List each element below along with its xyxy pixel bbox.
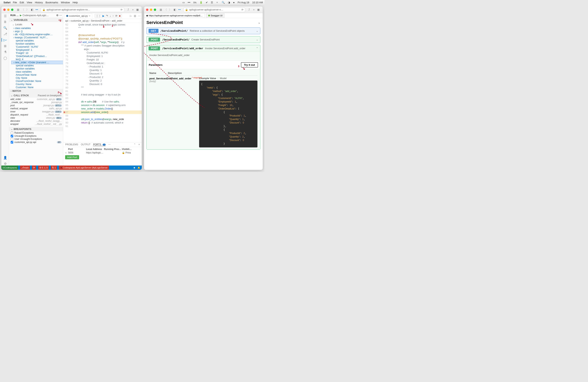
tabs-overview-icon[interactable]: ▦ bbox=[256, 8, 261, 11]
swagger-opblock[interactable]: POST/ServicesEndPoint/add_orderInvoke Se… bbox=[147, 45, 260, 149]
add-port-button[interactable]: Add Port bbox=[65, 155, 79, 159]
reload-icon[interactable]: ⟳ bbox=[242, 8, 243, 11]
split-editor-icon[interactable]: ▥ bbox=[134, 14, 136, 17]
back-button[interactable]: 〈 bbox=[21, 8, 25, 11]
breakpoint-checkbox[interactable] bbox=[11, 141, 13, 144]
menu-icon[interactable]: ☰ bbox=[4, 14, 7, 18]
breakpoint-checkbox[interactable] bbox=[11, 135, 13, 137]
window-close-icon[interactable] bbox=[146, 9, 148, 11]
stop-icon[interactable]: ■ bbox=[119, 14, 121, 17]
reload-icon[interactable]: ⟳ bbox=[121, 8, 123, 11]
screen-mirror-icon[interactable]: ▭ bbox=[182, 1, 185, 4]
more-icon[interactable]: ••• bbox=[34, 8, 39, 11]
swagger-opblock[interactable]: POST/ServicesEndPoint/Create ServicesEnd… bbox=[147, 36, 260, 43]
variable-row[interactable]: › class variables bbox=[11, 27, 63, 30]
address-bar[interactable]: 🔒 apilogicserver-apilogicserver-e… ⟳ bbox=[183, 7, 245, 12]
window-close-icon[interactable] bbox=[3, 9, 6, 11]
variable-row[interactable]: 'Freight': 10 bbox=[11, 52, 63, 55]
swagger-section-title[interactable]: ServicesEndPoint ⌄ bbox=[147, 20, 260, 25]
callstack-row[interactable]: innerswagger.py219:1 bbox=[9, 110, 63, 113]
chevron-icon[interactable]: ⌄ bbox=[256, 29, 258, 32]
debug-target[interactable]: 🐞 Codespaces-ApiLogicServer (ApiLogicSer… bbox=[59, 166, 109, 170]
chevron-down-icon[interactable]: ⌄ bbox=[258, 21, 260, 24]
ports-row[interactable]: ○ 5656 https://apilogic… 🔒 Priva bbox=[65, 150, 140, 154]
app-name[interactable]: Safari bbox=[3, 1, 10, 4]
menubar-date[interactable]: Fri Aug 19 bbox=[238, 1, 249, 4]
panel-tab-problems[interactable]: PROBLEMS bbox=[65, 143, 78, 146]
breakpoint-dot-icon[interactable] bbox=[63, 111, 65, 113]
menu-history[interactable]: History bbox=[35, 1, 42, 4]
breakpoint-row[interactable]: User Uncaught Exceptions bbox=[9, 138, 63, 141]
variable-row[interactable]: special variables bbox=[11, 64, 63, 67]
variable-row[interactable]: 'OrderDetailList': [{'Product… bbox=[11, 55, 63, 58]
callstack-row[interactable]: decorator.../flask_restful_swagg… bbox=[9, 119, 63, 123]
variable-row[interactable]: function variables bbox=[11, 67, 63, 70]
user-icon[interactable]: ● bbox=[233, 1, 235, 4]
debug-config[interactable]: Codespaces-ApiLogic… bbox=[22, 14, 56, 17]
breakpoint-checkbox[interactable] bbox=[11, 132, 13, 134]
overflow-icon[interactable]: ••• bbox=[188, 1, 190, 4]
variable-row[interactable]: function variables bbox=[11, 42, 63, 45]
maximize-panel-icon[interactable]: ⌃ bbox=[134, 143, 136, 146]
accounts-icon[interactable]: 👤 bbox=[3, 156, 7, 159]
menu-edit[interactable]: Edit bbox=[20, 1, 24, 4]
callstack-row[interactable]: dispatch_request.../flask_restf… bbox=[9, 113, 63, 116]
variable-row[interactable]: › kwargs: {'CustomerId': 'ALFI'… bbox=[11, 36, 63, 39]
variable-row[interactable]: special variables bbox=[11, 39, 63, 42]
sidebar-toggle-icon[interactable]: ▥ bbox=[158, 8, 163, 11]
callstack-row[interactable]: method_wrappersafrs_api.py bbox=[9, 107, 63, 110]
more-icon[interactable]: ⋯ bbox=[108, 143, 111, 146]
wifi-icon[interactable]: ᯤ bbox=[216, 1, 219, 4]
source-control-icon[interactable]: ⎇ bbox=[3, 32, 7, 36]
testing-icon[interactable]: ⚗ bbox=[4, 50, 7, 54]
chevron-icon[interactable]: ⌄ bbox=[256, 38, 258, 41]
continue-icon[interactable]: ▶ bbox=[103, 14, 105, 17]
variable-row[interactable]: AmountTotal: None bbox=[11, 73, 63, 76]
address-bar[interactable]: 🔒 apilogicserver-apilogicserver-explore-… bbox=[41, 7, 124, 12]
breakpoints-section[interactable]: ⌄BREAKPOINTS bbox=[9, 127, 63, 131]
forward-button[interactable]: 〉 bbox=[25, 8, 30, 11]
forward-button[interactable]: 〉 bbox=[168, 8, 172, 11]
control-center-icon[interactable]: ☰ bbox=[211, 1, 213, 4]
errors-warnings[interactable]: ⊘ 0 ⚠ 0 bbox=[38, 166, 49, 170]
window-zoom-icon[interactable] bbox=[11, 9, 13, 11]
bell-icon[interactable]: 🔔 bbox=[137, 166, 140, 169]
swagger-opblock[interactable]: GET/ServicesEndPoint/Retrieve a collecti… bbox=[147, 27, 260, 34]
variable-row[interactable]: City: None bbox=[11, 76, 63, 80]
github-icon[interactable]: ◯ bbox=[3, 56, 7, 60]
more-actions-icon[interactable]: ⋯ bbox=[59, 14, 62, 17]
variable-row[interactable]: 'EmployeeId': 1 bbox=[11, 48, 63, 52]
privacy-report-icon[interactable]: ◧ bbox=[30, 8, 34, 11]
new-tab-icon[interactable]: ＋ bbox=[130, 8, 135, 11]
window-minimize-icon[interactable] bbox=[7, 9, 10, 11]
variable-row[interactable]: › new_order: <Order (transient … bbox=[11, 61, 63, 64]
menu-view[interactable]: View bbox=[27, 1, 32, 4]
more-icon[interactable]: ••• bbox=[177, 8, 182, 11]
callstack-row[interactable]: _create_rpc_responsejsonapi.py bbox=[9, 101, 63, 104]
siri-icon[interactable]: ◑ bbox=[228, 1, 230, 4]
restart-icon[interactable]: ⟳ bbox=[115, 14, 117, 17]
step-out-icon[interactable]: ↑ bbox=[112, 14, 114, 17]
sync-indicator[interactable]: ⟳ bbox=[32, 166, 36, 170]
watch-section[interactable]: ›WATCH bbox=[9, 89, 63, 93]
tabs-overview-icon[interactable]: ▦ bbox=[135, 8, 140, 11]
breakpoint-row[interactable]: customize_api.py api87 bbox=[9, 141, 63, 144]
share-icon[interactable]: ⤴ bbox=[126, 8, 130, 11]
variable-row[interactable]: Customer: None bbox=[11, 86, 63, 89]
variable-row[interactable]: 'CustomerId': 'ALFKI' bbox=[11, 45, 63, 48]
menu-bookmarks[interactable]: Bookmarks bbox=[45, 1, 58, 4]
menu-help[interactable]: Help bbox=[73, 1, 78, 4]
more-icon[interactable]: ⋯ bbox=[138, 14, 141, 17]
window-zoom-icon[interactable] bbox=[154, 9, 156, 11]
drag-handle-icon[interactable]: ⋮⋮ bbox=[96, 14, 101, 17]
config-gear-icon[interactable]: ⚙ bbox=[56, 14, 59, 17]
new-tab-icon[interactable]: ＋ bbox=[252, 8, 256, 11]
clock-check-icon[interactable]: ✔︎ bbox=[206, 1, 208, 4]
run-debug-icon[interactable]: ▷◦ bbox=[3, 38, 7, 42]
menu-window[interactable]: Window bbox=[61, 1, 70, 4]
variable-row[interactable]: len(): 4 bbox=[11, 58, 63, 61]
variable-row[interactable]: › args: () bbox=[11, 30, 63, 33]
breakpoint-row[interactable]: Raised Exceptions bbox=[9, 131, 63, 134]
spotlight-icon[interactable]: 🔍 bbox=[222, 1, 225, 4]
variable-row[interactable]: › db: <SQLAlchemy engine=sqlite:… bbox=[11, 33, 63, 36]
